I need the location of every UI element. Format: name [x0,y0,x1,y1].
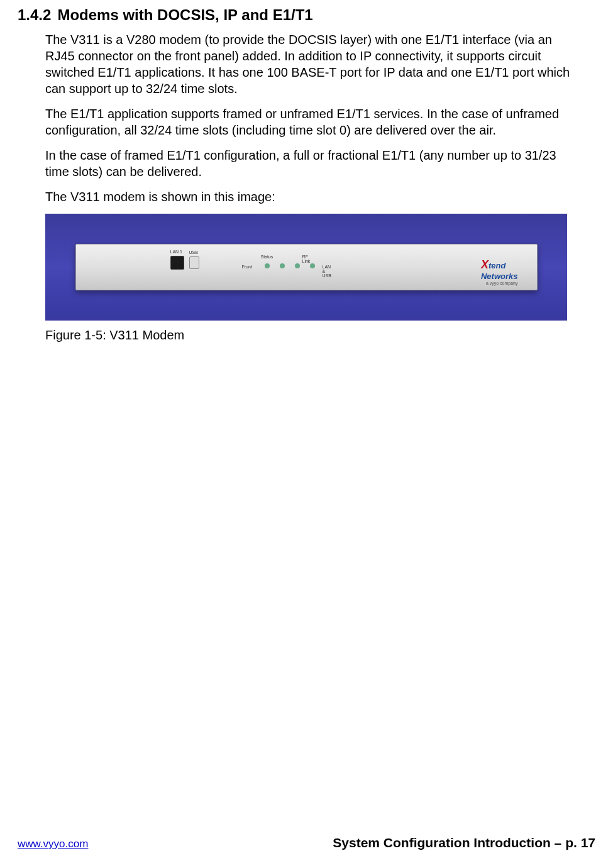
page-footer: www.vyyo.com System Configuration Introd… [18,835,595,850]
logo-networks: Networks [481,272,518,281]
usb-port-icon [189,256,199,269]
footer-link[interactable]: www.vyyo.com [18,838,88,850]
section-title: Modems with DOCSIS, IP and E1/T1 [57,6,312,24]
section-number: 1.4.2 [18,6,51,24]
paragraph-2: The E1/T1 application supports framed or… [45,106,575,138]
led-label-rflink: RF Link [302,255,315,263]
logo-x: X [481,258,489,271]
port-label-usb: USB [189,250,198,255]
body-paragraphs: The V311 is a V280 modem (to provide the… [18,31,575,343]
logo-tend: tend [489,261,505,270]
section-heading: 1.4.2 Modems with DOCSIS, IP and E1/T1 [18,6,575,24]
modem-device: LAN 1 USB Status Front RF Link LAN & U [75,244,538,290]
figure-image: LAN 1 USB Status Front RF Link LAN & U [45,214,567,321]
paragraph-4: The V311 modem is shown in this image: [45,189,575,205]
port-label-lan: LAN 1 [170,250,182,254]
device-logo: Xtend Networks a vyyo company [481,258,518,285]
rflink-led-icon [295,263,300,268]
status-led-icon [265,263,270,268]
led-label-lanusb: LAN & USB [323,265,331,278]
device-leds: Status Front RF Link LAN & USB [265,263,315,268]
status-led-icon [280,263,285,268]
led-label-front: Front [242,265,252,269]
led-label-status: Status [261,255,273,259]
paragraph-3: In the case of framed E1/T1 configuratio… [45,147,575,180]
footer-page-label: System Configuration Introduction – p. 1… [333,835,595,850]
page-content: 1.4.2 Modems with DOCSIS, IP and E1/T1 T… [0,0,613,343]
paragraph-1: The V311 is a V280 modem (to provide the… [45,31,575,97]
figure-caption: Figure 1-5: V311 Modem [45,328,575,343]
logo-subtitle: a vyyo company [481,281,518,285]
lan-port-icon [170,256,184,270]
lanusb-led-icon [310,263,315,268]
device-ports: LAN 1 USB [170,256,199,270]
